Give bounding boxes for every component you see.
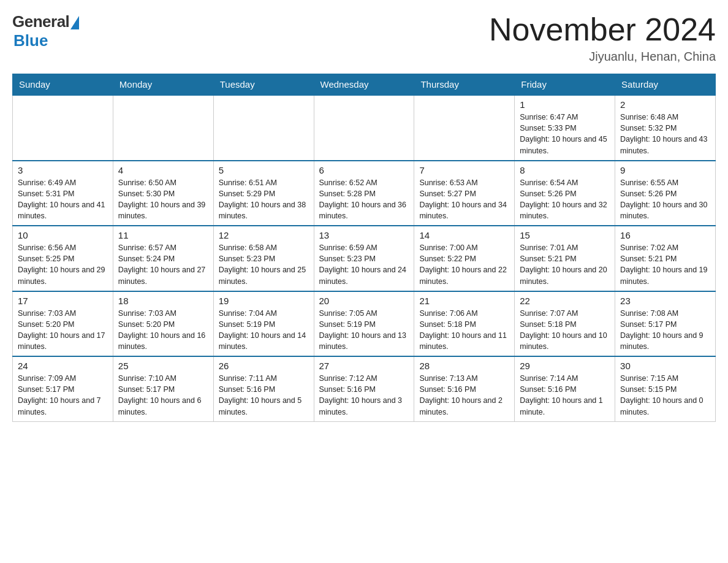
day-info: Sunrise: 7:11 AMSunset: 5:16 PMDaylight:…: [219, 373, 309, 418]
logo-triangle-icon: [70, 16, 79, 29]
day-number: 4: [118, 165, 208, 175]
table-row: 29Sunrise: 7:14 AMSunset: 5:16 PMDayligh…: [515, 356, 615, 421]
day-info: Sunrise: 7:08 AMSunset: 5:17 PMDaylight:…: [620, 308, 710, 353]
col-monday: Monday: [113, 74, 213, 96]
table-row: 27Sunrise: 7:12 AMSunset: 5:16 PMDayligh…: [314, 356, 414, 421]
logo-general-text: General: [12, 12, 69, 31]
table-row: 20Sunrise: 7:05 AMSunset: 5:19 PMDayligh…: [314, 291, 414, 357]
day-number: 16: [620, 230, 710, 240]
location: Jiyuanlu, Henan, China: [489, 50, 716, 64]
table-row: 26Sunrise: 7:11 AMSunset: 5:16 PMDayligh…: [213, 356, 314, 421]
day-info: Sunrise: 6:58 AMSunset: 5:23 PMDaylight:…: [219, 242, 309, 287]
logo: General Blue: [12, 12, 79, 50]
day-number: 15: [520, 230, 610, 240]
day-info: Sunrise: 7:01 AMSunset: 5:21 PMDaylight:…: [520, 242, 610, 287]
day-number: 9: [620, 165, 710, 175]
day-info: Sunrise: 6:59 AMSunset: 5:23 PMDaylight:…: [319, 242, 409, 287]
day-info: Sunrise: 6:51 AMSunset: 5:29 PMDaylight:…: [219, 177, 309, 222]
calendar-week-row: 3Sunrise: 6:49 AMSunset: 5:31 PMDaylight…: [13, 161, 716, 226]
day-info: Sunrise: 7:07 AMSunset: 5:18 PMDaylight:…: [520, 308, 610, 353]
table-row: 2Sunrise: 6:48 AMSunset: 5:32 PMDaylight…: [615, 95, 716, 161]
day-number: 5: [219, 165, 309, 175]
day-info: Sunrise: 6:49 AMSunset: 5:31 PMDaylight:…: [18, 177, 108, 222]
calendar-week-row: 17Sunrise: 7:03 AMSunset: 5:20 PMDayligh…: [13, 291, 716, 357]
month-title: November 2024: [489, 12, 716, 47]
table-row: 11Sunrise: 6:57 AMSunset: 5:24 PMDayligh…: [113, 226, 213, 291]
day-number: 27: [319, 361, 409, 371]
day-number: 11: [118, 230, 208, 240]
calendar-week-row: 24Sunrise: 7:09 AMSunset: 5:17 PMDayligh…: [13, 356, 716, 421]
table-row: [314, 95, 414, 161]
day-number: 12: [219, 230, 309, 240]
table-row: 5Sunrise: 6:51 AMSunset: 5:29 PMDaylight…: [213, 161, 314, 226]
table-row: 3Sunrise: 6:49 AMSunset: 5:31 PMDaylight…: [13, 161, 113, 226]
table-row: 22Sunrise: 7:07 AMSunset: 5:18 PMDayligh…: [515, 291, 615, 357]
table-row: 21Sunrise: 7:06 AMSunset: 5:18 PMDayligh…: [414, 291, 515, 357]
day-info: Sunrise: 7:09 AMSunset: 5:17 PMDaylight:…: [18, 373, 108, 418]
header: General Blue November 2024 Jiyuanlu, Hen…: [12, 12, 716, 64]
calendar-header-row: Sunday Monday Tuesday Wednesday Thursday…: [13, 74, 716, 96]
logo-blue-text: Blue: [13, 31, 48, 50]
day-info: Sunrise: 7:10 AMSunset: 5:17 PMDaylight:…: [118, 373, 208, 418]
table-row: 1Sunrise: 6:47 AMSunset: 5:33 PMDaylight…: [515, 95, 615, 161]
day-number: 3: [18, 165, 108, 175]
col-wednesday: Wednesday: [314, 74, 414, 96]
table-row: 23Sunrise: 7:08 AMSunset: 5:17 PMDayligh…: [615, 291, 716, 357]
table-row: 28Sunrise: 7:13 AMSunset: 5:16 PMDayligh…: [414, 356, 515, 421]
table-row: 16Sunrise: 7:02 AMSunset: 5:21 PMDayligh…: [615, 226, 716, 291]
day-info: Sunrise: 6:55 AMSunset: 5:26 PMDaylight:…: [620, 177, 710, 222]
day-info: Sunrise: 7:00 AMSunset: 5:22 PMDaylight:…: [419, 242, 509, 287]
table-row: [113, 95, 213, 161]
day-number: 8: [520, 165, 610, 175]
day-number: 1: [520, 99, 610, 110]
calendar-week-row: 1Sunrise: 6:47 AMSunset: 5:33 PMDaylight…: [13, 95, 716, 161]
day-info: Sunrise: 7:14 AMSunset: 5:16 PMDaylight:…: [520, 373, 610, 418]
day-info: Sunrise: 6:50 AMSunset: 5:30 PMDaylight:…: [118, 177, 208, 222]
day-number: 17: [18, 296, 108, 306]
day-number: 28: [419, 361, 509, 371]
day-number: 10: [18, 230, 108, 240]
day-number: 24: [18, 361, 108, 371]
col-sunday: Sunday: [13, 74, 113, 96]
table-row: 7Sunrise: 6:53 AMSunset: 5:27 PMDaylight…: [414, 161, 515, 226]
table-row: 8Sunrise: 6:54 AMSunset: 5:26 PMDaylight…: [515, 161, 615, 226]
day-info: Sunrise: 7:02 AMSunset: 5:21 PMDaylight:…: [620, 242, 710, 287]
col-thursday: Thursday: [414, 74, 515, 96]
day-number: 23: [620, 296, 710, 306]
day-info: Sunrise: 7:12 AMSunset: 5:16 PMDaylight:…: [319, 373, 409, 418]
col-saturday: Saturday: [615, 74, 716, 96]
day-number: 21: [419, 296, 509, 306]
day-number: 7: [419, 165, 509, 175]
table-row: 13Sunrise: 6:59 AMSunset: 5:23 PMDayligh…: [314, 226, 414, 291]
day-info: Sunrise: 6:57 AMSunset: 5:24 PMDaylight:…: [118, 242, 208, 287]
day-info: Sunrise: 7:15 AMSunset: 5:15 PMDaylight:…: [620, 373, 710, 418]
calendar: Sunday Monday Tuesday Wednesday Thursday…: [12, 74, 716, 422]
table-row: 10Sunrise: 6:56 AMSunset: 5:25 PMDayligh…: [13, 226, 113, 291]
day-info: Sunrise: 7:04 AMSunset: 5:19 PMDaylight:…: [219, 308, 309, 353]
table-row: 30Sunrise: 7:15 AMSunset: 5:15 PMDayligh…: [615, 356, 716, 421]
table-row: [13, 95, 113, 161]
day-number: 14: [419, 230, 509, 240]
day-info: Sunrise: 7:03 AMSunset: 5:20 PMDaylight:…: [18, 308, 108, 353]
day-info: Sunrise: 7:03 AMSunset: 5:20 PMDaylight:…: [118, 308, 208, 353]
day-number: 25: [118, 361, 208, 371]
day-number: 30: [620, 361, 710, 371]
day-info: Sunrise: 6:47 AMSunset: 5:33 PMDaylight:…: [520, 112, 610, 156]
table-row: 6Sunrise: 6:52 AMSunset: 5:28 PMDaylight…: [314, 161, 414, 226]
day-info: Sunrise: 6:48 AMSunset: 5:32 PMDaylight:…: [620, 112, 710, 156]
table-row: 14Sunrise: 7:00 AMSunset: 5:22 PMDayligh…: [414, 226, 515, 291]
table-row: 25Sunrise: 7:10 AMSunset: 5:17 PMDayligh…: [113, 356, 213, 421]
day-info: Sunrise: 6:54 AMSunset: 5:26 PMDaylight:…: [520, 177, 610, 222]
title-area: November 2024 Jiyuanlu, Henan, China: [489, 12, 716, 64]
day-number: 29: [520, 361, 610, 371]
table-row: 19Sunrise: 7:04 AMSunset: 5:19 PMDayligh…: [213, 291, 314, 357]
table-row: 17Sunrise: 7:03 AMSunset: 5:20 PMDayligh…: [13, 291, 113, 357]
day-number: 18: [118, 296, 208, 306]
col-tuesday: Tuesday: [213, 74, 314, 96]
day-info: Sunrise: 6:56 AMSunset: 5:25 PMDaylight:…: [18, 242, 108, 287]
table-row: 9Sunrise: 6:55 AMSunset: 5:26 PMDaylight…: [615, 161, 716, 226]
col-friday: Friday: [515, 74, 615, 96]
table-row: 24Sunrise: 7:09 AMSunset: 5:17 PMDayligh…: [13, 356, 113, 421]
table-row: [213, 95, 314, 161]
day-number: 6: [319, 165, 409, 175]
